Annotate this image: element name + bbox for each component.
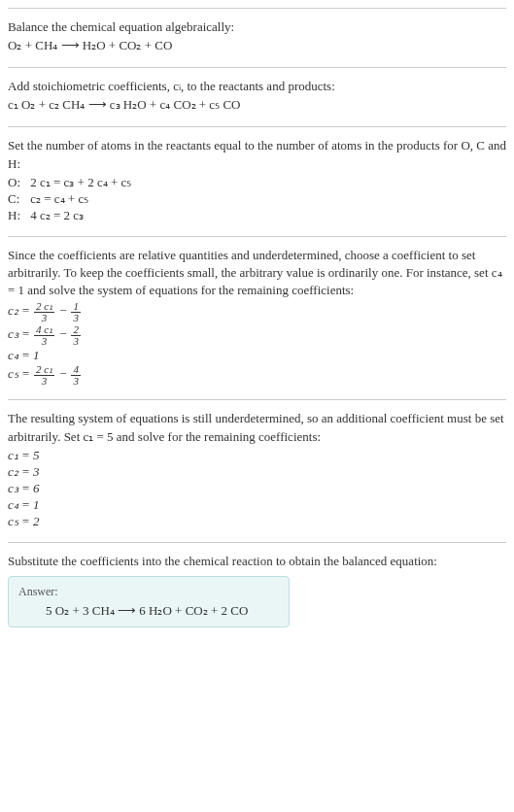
fraction-denominator: 3 [71, 376, 81, 387]
problem-title: Balance the chemical equation algebraica… [8, 18, 506, 36]
balanced-equation: 5 O₂ + 3 CH₄ ⟶ 6 H₂O + CO₂ + 2 CO [18, 603, 279, 619]
minus: − [58, 327, 70, 342]
solved-c3: c₃ = 6 [8, 481, 506, 496]
solved-c1: c₁ = 5 [8, 448, 506, 463]
solved-c2: c₂ = 3 [8, 464, 506, 480]
solved-c4: c₄ = 1 [8, 497, 506, 513]
fraction-denominator: 3 [34, 336, 54, 347]
solved-c5: c₅ = 2 [8, 514, 506, 529]
atom-row-O: O: 2 c₁ = c₃ + 2 c₄ + c₅ [8, 175, 506, 190]
solve-text: The resulting system of equations is sti… [8, 410, 506, 445]
minus: − [58, 367, 70, 382]
section-parametric: Since the coefficients are relative quan… [8, 236, 506, 400]
coef-lhs: c₂ = [8, 304, 30, 319]
coeff-equation: c₁ O₂ + c₂ CH₄ ⟶ c₃ H₂O + c₄ CO₂ + c₅ CO [8, 97, 506, 113]
coef-lhs: c₅ = [8, 367, 30, 382]
fraction: 4 3 [71, 364, 81, 387]
atom-label: C: [8, 191, 27, 207]
fraction: 2 3 [71, 324, 81, 347]
atom-label: H: [8, 208, 27, 223]
atom-equation: 4 c₂ = 2 c₃ [30, 208, 84, 222]
fraction: 2 c₁ 3 [34, 301, 54, 323]
section-atom-balance: Set the number of atoms in the reactants… [8, 126, 506, 235]
fraction: 1 3 [71, 301, 81, 323]
coef-c2: c₂ = 2 c₁ 3 − 1 3 [8, 301, 506, 323]
section-answer: Substitute the coefficients into the che… [8, 542, 506, 639]
coef-c4: c₄ = 1 [8, 348, 506, 363]
section-add-coefficients: Add stoichiometric coefficients, cᵢ, to … [8, 67, 506, 126]
coef-lhs: c₃ = [8, 327, 30, 342]
answer-intro-text: Substitute the coefficients into the che… [8, 553, 506, 570]
coef-c3: c₃ = 4 c₁ 3 − 2 3 [8, 324, 506, 347]
add-coeff-text: Add stoichiometric coefficients, cᵢ, to … [8, 78, 506, 95]
fraction-denominator: 3 [71, 313, 81, 323]
answer-box: Answer: 5 O₂ + 3 CH₄ ⟶ 6 H₂O + CO₂ + 2 C… [8, 576, 290, 627]
fraction-denominator: 3 [34, 376, 54, 387]
answer-label: Answer: [18, 585, 279, 599]
atom-balance-text: Set the number of atoms in the reactants… [8, 137, 506, 172]
unbalanced-equation: O₂ + CH₄ ⟶ H₂O + CO₂ + CO [8, 38, 506, 53]
section-solve: The resulting system of equations is sti… [8, 399, 506, 541]
atom-equation: c₂ = c₄ + c₅ [30, 191, 88, 206]
section-problem: Balance the chemical equation algebraica… [8, 8, 506, 67]
fraction-denominator: 3 [34, 313, 54, 323]
atom-row-H: H: 4 c₂ = 2 c₃ [8, 208, 506, 223]
minus: − [58, 304, 70, 319]
fraction: 4 c₁ 3 [34, 324, 54, 347]
fraction-denominator: 3 [71, 336, 81, 347]
parametric-text: Since the coefficients are relative quan… [8, 247, 506, 300]
atom-label: O: [8, 175, 27, 190]
atom-equation: 2 c₁ = c₃ + 2 c₄ + c₅ [30, 175, 131, 189]
atom-row-C: C: c₂ = c₄ + c₅ [8, 191, 506, 207]
coef-c5: c₅ = 2 c₁ 3 − 4 3 [8, 364, 506, 387]
fraction: 2 c₁ 3 [34, 364, 54, 387]
